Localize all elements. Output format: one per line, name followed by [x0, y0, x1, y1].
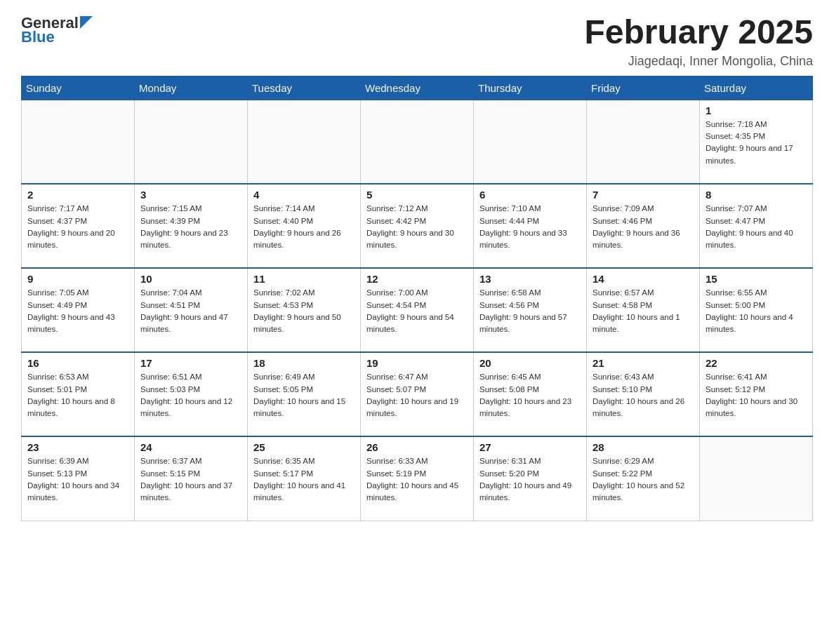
day-info: Sunrise: 7:10 AMSunset: 4:44 PMDaylight:… — [479, 203, 581, 251]
day-info: Sunrise: 6:31 AMSunset: 5:20 PMDaylight:… — [479, 455, 581, 504]
day-number: 15 — [706, 273, 807, 285]
day-number: 14 — [593, 273, 694, 285]
calendar-cell: 16Sunrise: 6:53 AMSunset: 5:01 PMDayligh… — [22, 352, 135, 436]
day-number: 5 — [366, 189, 468, 201]
calendar-header-wednesday: Wednesday — [361, 76, 474, 100]
day-number: 26 — [366, 441, 468, 453]
day-number: 19 — [366, 357, 468, 369]
day-info: Sunrise: 6:33 AMSunset: 5:19 PMDaylight:… — [366, 455, 468, 504]
day-number: 10 — [140, 273, 241, 285]
day-number: 28 — [593, 441, 694, 453]
calendar-cell: 20Sunrise: 6:45 AMSunset: 5:08 PMDayligh… — [474, 352, 587, 436]
calendar-cell: 19Sunrise: 6:47 AMSunset: 5:07 PMDayligh… — [361, 352, 474, 436]
calendar-cell — [361, 100, 474, 184]
day-info: Sunrise: 7:00 AMSunset: 4:54 PMDaylight:… — [366, 287, 468, 335]
calendar-cell — [135, 100, 248, 184]
calendar-cell: 27Sunrise: 6:31 AMSunset: 5:20 PMDayligh… — [474, 436, 587, 521]
calendar-header-monday: Monday — [135, 76, 248, 100]
day-info: Sunrise: 7:04 AMSunset: 4:51 PMDaylight:… — [140, 287, 241, 335]
day-number: 24 — [140, 441, 241, 453]
calendar-cell — [700, 436, 813, 521]
calendar-cell: 5Sunrise: 7:12 AMSunset: 4:42 PMDaylight… — [361, 184, 474, 268]
calendar-week-row-0: 1Sunrise: 7:18 AMSunset: 4:35 PMDaylight… — [22, 100, 813, 184]
logo-blue: Blue — [21, 28, 55, 46]
calendar-cell: 26Sunrise: 6:33 AMSunset: 5:19 PMDayligh… — [361, 436, 474, 521]
calendar-cell: 11Sunrise: 7:02 AMSunset: 4:53 PMDayligh… — [248, 268, 361, 352]
day-info: Sunrise: 7:17 AMSunset: 4:37 PMDaylight:… — [27, 203, 128, 251]
calendar-week-row-2: 9Sunrise: 7:05 AMSunset: 4:49 PMDaylight… — [22, 268, 813, 352]
day-number: 27 — [479, 441, 581, 453]
page-header: General Blue February 2025 Jiagedaqi, In… — [21, 14, 813, 69]
calendar-cell: 9Sunrise: 7:05 AMSunset: 4:49 PMDaylight… — [22, 268, 135, 352]
day-number: 1 — [706, 105, 807, 116]
calendar-cell: 12Sunrise: 7:00 AMSunset: 4:54 PMDayligh… — [361, 268, 474, 352]
day-info: Sunrise: 6:55 AMSunset: 5:00 PMDaylight:… — [706, 287, 807, 335]
calendar-header-saturday: Saturday — [700, 76, 813, 100]
calendar-week-row-1: 2Sunrise: 7:17 AMSunset: 4:37 PMDaylight… — [22, 184, 813, 268]
calendar-week-row-4: 23Sunrise: 6:39 AMSunset: 5:13 PMDayligh… — [22, 436, 813, 521]
calendar-cell: 28Sunrise: 6:29 AMSunset: 5:22 PMDayligh… — [587, 436, 700, 521]
day-info: Sunrise: 6:35 AMSunset: 5:17 PMDaylight:… — [253, 455, 355, 504]
calendar-cell: 4Sunrise: 7:14 AMSunset: 4:40 PMDaylight… — [248, 184, 361, 268]
month-title: February 2025 — [584, 14, 813, 51]
calendar-cell: 25Sunrise: 6:35 AMSunset: 5:17 PMDayligh… — [248, 436, 361, 521]
day-info: Sunrise: 6:37 AMSunset: 5:15 PMDaylight:… — [140, 455, 241, 504]
day-number: 3 — [140, 189, 241, 201]
logo: General Blue — [21, 14, 93, 46]
day-number: 20 — [479, 357, 581, 369]
day-number: 17 — [140, 357, 241, 369]
calendar-cell — [248, 100, 361, 184]
calendar-cell: 24Sunrise: 6:37 AMSunset: 5:15 PMDayligh… — [135, 436, 248, 521]
day-info: Sunrise: 7:02 AMSunset: 4:53 PMDaylight:… — [253, 287, 355, 335]
calendar-cell: 7Sunrise: 7:09 AMSunset: 4:46 PMDaylight… — [587, 184, 700, 268]
day-info: Sunrise: 7:07 AMSunset: 4:47 PMDaylight:… — [706, 203, 807, 251]
calendar-header-row: SundayMondayTuesdayWednesdayThursdayFrid… — [22, 76, 813, 100]
day-info: Sunrise: 7:15 AMSunset: 4:39 PMDaylight:… — [140, 203, 241, 251]
svg-marker-0 — [80, 16, 93, 29]
day-info: Sunrise: 7:05 AMSunset: 4:49 PMDaylight:… — [27, 287, 128, 335]
day-number: 25 — [253, 441, 355, 453]
day-number: 11 — [253, 273, 355, 285]
calendar-cell: 13Sunrise: 6:58 AMSunset: 4:56 PMDayligh… — [474, 268, 587, 352]
location: Jiagedaqi, Inner Mongolia, China — [584, 54, 813, 69]
calendar-cell: 3Sunrise: 7:15 AMSunset: 4:39 PMDaylight… — [135, 184, 248, 268]
title-section: February 2025 Jiagedaqi, Inner Mongolia,… — [584, 14, 813, 69]
day-info: Sunrise: 6:29 AMSunset: 5:22 PMDaylight:… — [593, 455, 694, 504]
day-info: Sunrise: 6:49 AMSunset: 5:05 PMDaylight:… — [253, 371, 355, 420]
day-info: Sunrise: 7:09 AMSunset: 4:46 PMDaylight:… — [593, 203, 694, 251]
day-info: Sunrise: 6:45 AMSunset: 5:08 PMDaylight:… — [479, 371, 581, 420]
day-info: Sunrise: 6:57 AMSunset: 4:58 PMDaylight:… — [593, 287, 694, 335]
day-number: 18 — [253, 357, 355, 369]
calendar-cell: 17Sunrise: 6:51 AMSunset: 5:03 PMDayligh… — [135, 352, 248, 436]
calendar-cell: 2Sunrise: 7:17 AMSunset: 4:37 PMDaylight… — [22, 184, 135, 268]
calendar-cell — [474, 100, 587, 184]
day-number: 12 — [366, 273, 468, 285]
calendar-cell: 18Sunrise: 6:49 AMSunset: 5:05 PMDayligh… — [248, 352, 361, 436]
calendar-header-friday: Friday — [587, 76, 700, 100]
calendar-cell: 15Sunrise: 6:55 AMSunset: 5:00 PMDayligh… — [700, 268, 813, 352]
calendar-table: SundayMondayTuesdayWednesdayThursdayFrid… — [21, 76, 813, 521]
day-number: 7 — [593, 189, 694, 201]
day-info: Sunrise: 6:47 AMSunset: 5:07 PMDaylight:… — [366, 371, 468, 420]
calendar-cell: 1Sunrise: 7:18 AMSunset: 4:35 PMDaylight… — [700, 100, 813, 184]
calendar-header-thursday: Thursday — [474, 76, 587, 100]
day-info: Sunrise: 7:14 AMSunset: 4:40 PMDaylight:… — [253, 203, 355, 251]
calendar-cell: 8Sunrise: 7:07 AMSunset: 4:47 PMDaylight… — [700, 184, 813, 268]
calendar-cell: 10Sunrise: 7:04 AMSunset: 4:51 PMDayligh… — [135, 268, 248, 352]
calendar-week-row-3: 16Sunrise: 6:53 AMSunset: 5:01 PMDayligh… — [22, 352, 813, 436]
day-number: 21 — [593, 357, 694, 369]
day-info: Sunrise: 7:12 AMSunset: 4:42 PMDaylight:… — [366, 203, 468, 251]
day-number: 8 — [706, 189, 807, 201]
day-info: Sunrise: 6:41 AMSunset: 5:12 PMDaylight:… — [706, 371, 807, 420]
calendar-cell: 6Sunrise: 7:10 AMSunset: 4:44 PMDaylight… — [474, 184, 587, 268]
day-number: 9 — [27, 273, 128, 285]
day-number: 16 — [27, 357, 128, 369]
day-number: 2 — [27, 189, 128, 201]
day-number: 13 — [479, 273, 581, 285]
calendar-header-tuesday: Tuesday — [248, 76, 361, 100]
calendar-header-sunday: Sunday — [22, 76, 135, 100]
day-number: 23 — [27, 441, 128, 453]
day-info: Sunrise: 6:58 AMSunset: 4:56 PMDaylight:… — [479, 287, 581, 335]
day-info: Sunrise: 6:43 AMSunset: 5:10 PMDaylight:… — [593, 371, 694, 420]
day-info: Sunrise: 6:53 AMSunset: 5:01 PMDaylight:… — [27, 371, 128, 420]
